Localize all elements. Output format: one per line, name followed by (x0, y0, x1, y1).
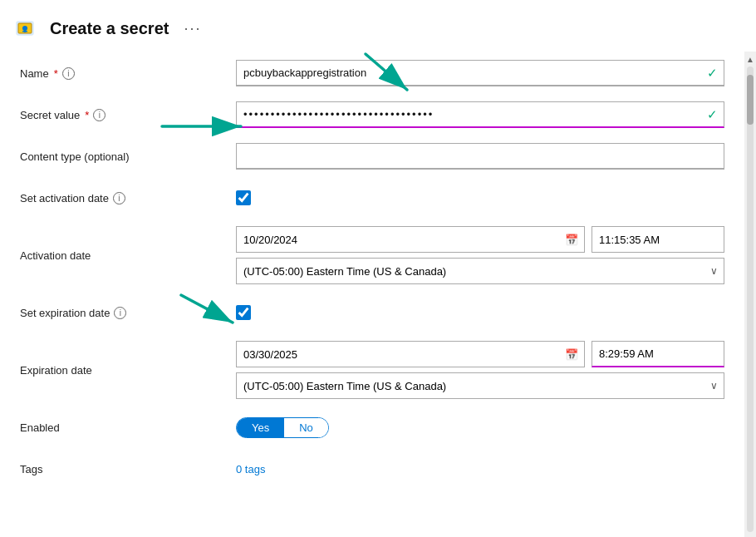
name-info-icon[interactable]: i (62, 67, 75, 80)
content-type-row: Content type (optional) (20, 143, 724, 170)
form-content: Name * i ✓ Secret value * i (0, 52, 744, 537)
toggle-yes-button[interactable]: Yes (237, 418, 284, 437)
scrollbar-track[interactable] (747, 67, 754, 532)
set-activation-input-col (236, 190, 724, 205)
secret-info-icon[interactable]: i (93, 109, 106, 121)
more-options-icon[interactable]: ··· (184, 20, 201, 37)
activation-date-label: Activation date (20, 249, 236, 262)
activation-date-wrapper: 📅 (236, 226, 585, 253)
secret-check-icon: ✓ (707, 107, 718, 122)
expiration-info-icon[interactable]: i (114, 307, 126, 319)
svg-rect-4 (22, 31, 27, 32)
activation-date-input[interactable] (236, 226, 585, 253)
name-row: Name * i ✓ (20, 60, 724, 86)
expiration-date-wrapper: 📅 (236, 341, 585, 367)
key-vault-icon (15, 15, 42, 42)
set-expiration-row: Set expiration date i (20, 299, 724, 326)
secret-value-label: Secret value * i (20, 109, 236, 121)
activation-date-row: Activation date 📅 (UTC-05 (20, 226, 724, 284)
name-input-col: ✓ (236, 60, 724, 86)
name-label: Name * i (20, 67, 236, 80)
scrollbar: ▲ ▼ (744, 52, 756, 537)
set-activation-label: Set activation date i (20, 192, 236, 204)
enabled-toggle-group: Yes No (236, 417, 329, 438)
expiration-time-input[interactable] (592, 341, 724, 367)
set-activation-row: Set activation date i (20, 185, 724, 211)
enabled-toggle-col: Yes No (236, 417, 724, 438)
name-required: * (54, 67, 58, 80)
activation-info-icon[interactable]: i (113, 192, 125, 204)
page-title: Create a secret (50, 19, 169, 38)
content-type-input-col (236, 143, 724, 170)
tags-input-col: 0 tags (236, 463, 724, 475)
enabled-label: Enabled (20, 421, 236, 434)
tags-label: Tags (20, 463, 236, 475)
secret-required: * (85, 109, 89, 121)
activation-timezone-wrapper: (UTC-05:00) Eastern Time (US & Canada) ∨ (236, 258, 724, 284)
enabled-row: Enabled Yes No (20, 414, 724, 441)
expiration-date-time-row: 📅 (236, 341, 724, 367)
name-check-icon: ✓ (707, 66, 718, 81)
set-expiration-input-col (236, 305, 724, 320)
page-container: Create a secret ··· Name * i ✓ (0, 0, 756, 537)
activation-calendar-icon[interactable]: 📅 (565, 234, 578, 246)
secret-input-col: ✓ (236, 101, 724, 128)
content-type-input-wrapper (236, 143, 724, 170)
tags-link[interactable]: 0 tags (236, 463, 724, 475)
secret-value-input[interactable] (236, 101, 724, 128)
activation-timezone-select[interactable]: (UTC-05:00) Eastern Time (US & Canada) (236, 258, 724, 284)
activation-time-input[interactable] (592, 226, 724, 253)
content-type-input[interactable] (236, 143, 724, 170)
expiration-time-wrapper (592, 341, 724, 367)
expiration-timezone-select[interactable]: (UTC-05:00) Eastern Time (US & Canada) (236, 372, 724, 399)
set-activation-checkbox[interactable] (236, 190, 251, 205)
activation-date-input-col: 📅 (UTC-05:00) Eastern Time (US & Canada)… (236, 226, 724, 284)
expiration-date-row: Expiration date 📅 (UTC-05 (20, 341, 724, 399)
expiration-timezone-wrapper: (UTC-05:00) Eastern Time (US & Canada) ∨ (236, 372, 724, 399)
name-input[interactable] (236, 60, 724, 86)
secret-input-wrapper: ✓ (236, 101, 724, 128)
scrollbar-thumb[interactable] (747, 75, 754, 125)
expiration-date-input-col: 📅 (UTC-05:00) Eastern Time (US & Canada)… (236, 341, 724, 399)
set-expiration-label: Set expiration date i (20, 307, 236, 319)
activation-time-wrapper (592, 226, 724, 253)
set-expiration-checkbox[interactable] (236, 305, 251, 320)
name-input-wrapper: ✓ (236, 60, 724, 86)
expiration-date-label: Expiration date (20, 364, 236, 377)
toggle-no-button[interactable]: No (284, 418, 328, 437)
tags-row: Tags 0 tags (20, 456, 724, 482)
activation-date-time-row: 📅 (236, 226, 724, 253)
scroll-down-button[interactable]: ▼ (744, 534, 756, 537)
page-header: Create a secret ··· (0, 0, 756, 52)
scroll-up-button[interactable]: ▲ (744, 53, 756, 65)
expiration-calendar-icon[interactable]: 📅 (565, 348, 578, 361)
content-type-label: Content type (optional) (20, 150, 236, 163)
expiration-date-input[interactable] (236, 341, 585, 367)
secret-value-row: Secret value * i ✓ (20, 101, 724, 128)
